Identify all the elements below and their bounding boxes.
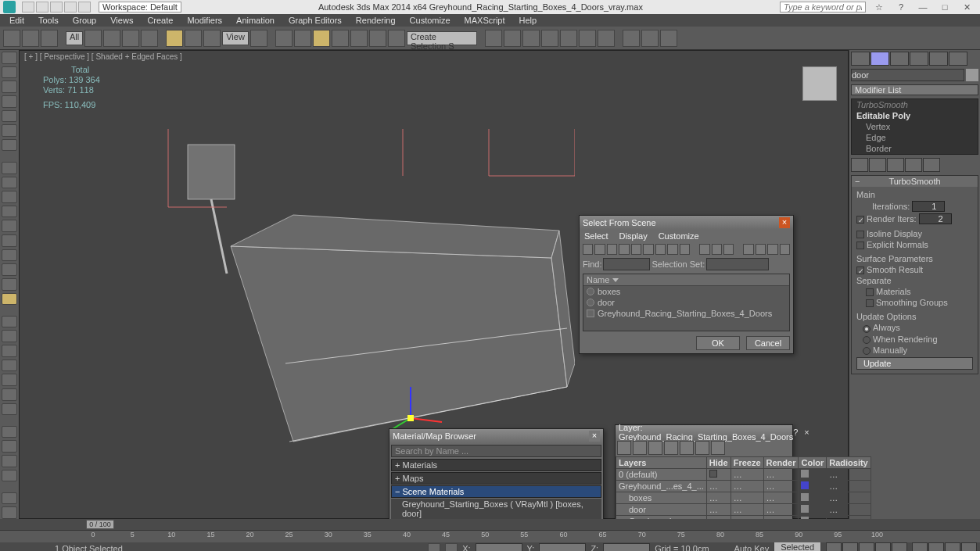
body-object-icon[interactable] xyxy=(2,345,17,357)
qat-redo-icon[interactable] xyxy=(78,2,91,13)
rollout-turbosmooth-header[interactable]: TurboSmooth xyxy=(852,176,978,187)
matbrowser-cat-maps[interactable]: + Maps xyxy=(391,472,601,485)
ts-isoline-checkbox[interactable] xyxy=(856,231,864,238)
nurbs-icon[interactable] xyxy=(2,360,17,372)
patch-icon[interactable] xyxy=(2,388,17,401)
render-setup-icon[interactable] xyxy=(623,30,640,47)
sfs-filter-bone-icon[interactable] xyxy=(680,244,690,255)
create-system-icon[interactable] xyxy=(2,139,17,152)
layer-freeze-icon[interactable] xyxy=(711,441,725,455)
sfs-selset-dropdown[interactable] xyxy=(706,258,769,270)
render-icon[interactable] xyxy=(660,30,677,47)
menu-customize[interactable]: Customize xyxy=(404,16,457,25)
panel-utilities-icon[interactable] xyxy=(949,52,967,66)
create-helper-icon[interactable] xyxy=(2,110,17,123)
tube-primitive-icon[interactable] xyxy=(2,263,17,276)
layer-color-swatch[interactable] xyxy=(801,470,809,478)
select-by-name-icon[interactable] xyxy=(103,30,120,47)
layerp-close-button[interactable]: × xyxy=(804,428,809,437)
next-frame-icon[interactable] xyxy=(875,542,891,551)
goto-start-icon[interactable] xyxy=(826,542,842,551)
menu-help[interactable]: Help xyxy=(513,16,544,25)
configure-modifier-icon[interactable] xyxy=(923,158,940,172)
ts-iterations-spinner[interactable]: 1 xyxy=(912,201,945,212)
maximize-icon[interactable]: □ xyxy=(938,2,952,13)
viewcube-icon[interactable] xyxy=(802,66,837,101)
layer-row-name[interactable]: Greyhound_...es_4_... xyxy=(616,481,707,492)
sfs-expand-icon[interactable] xyxy=(743,244,753,255)
sfs-tab-display[interactable]: Display xyxy=(619,231,648,241)
named-selection-dropdown[interactable]: Create Selection S xyxy=(407,31,477,45)
compound-icon[interactable] xyxy=(2,374,17,386)
sfs-column-chooser-icon[interactable] xyxy=(780,244,790,255)
create-light-icon[interactable] xyxy=(2,81,17,93)
menu-grapheditors[interactable]: Graph Editors xyxy=(282,16,348,25)
ts-render-iters-spinner[interactable]: 2 xyxy=(919,213,952,224)
app-icon[interactable] xyxy=(3,1,16,13)
ts-update-always-radio[interactable] xyxy=(863,325,871,333)
ts-update-rendering-radio[interactable] xyxy=(863,336,871,344)
sfs-object-list[interactable]: Name boxes door Greyhound_Racing_Startin… xyxy=(583,274,790,331)
layer-highlight-icon[interactable] xyxy=(680,441,694,455)
sfs-col-name[interactable]: Name xyxy=(583,274,789,286)
sfs-select-all-icon[interactable] xyxy=(699,244,709,255)
panel-display-icon[interactable] xyxy=(929,52,948,66)
cylinder-primitive-icon[interactable] xyxy=(2,191,17,203)
sfs-filter-group-icon[interactable] xyxy=(655,244,666,255)
menu-tools[interactable]: Tools xyxy=(32,16,65,25)
qat-new-icon[interactable] xyxy=(22,2,34,13)
ts-smoothing-groups-checkbox[interactable] xyxy=(866,299,874,307)
time-slider-track[interactable]: 0 / 100 xyxy=(0,519,980,530)
layerp-help-icon[interactable]: ? xyxy=(793,428,798,437)
ts-render-iters-checkbox[interactable] xyxy=(856,216,864,224)
layer-col-hide[interactable]: Hide xyxy=(706,457,731,469)
sfs-find-input[interactable] xyxy=(603,258,650,270)
sfs-tab-customize[interactable]: Customize xyxy=(659,231,699,241)
menu-group[interactable]: Group xyxy=(66,16,103,25)
stack-sub-vertex[interactable]: Vertex xyxy=(852,121,978,132)
ts-update-manually-radio[interactable] xyxy=(863,347,871,355)
panel-motion-icon[interactable] xyxy=(910,52,928,66)
matbrowser-cat-scene[interactable]: − Scene Materials xyxy=(391,485,601,498)
stack-turbosmooth[interactable]: TurboSmooth xyxy=(852,99,978,110)
create-camera-icon[interactable] xyxy=(2,95,17,108)
select-rotate-icon[interactable] xyxy=(185,30,202,47)
select-move-icon[interactable] xyxy=(166,30,183,47)
ts-update-button[interactable]: Update xyxy=(856,357,973,370)
sfs-filter-spacewarp-icon[interactable] xyxy=(643,244,653,255)
viewport-nav-fov-icon[interactable] xyxy=(945,542,960,551)
teapot-primitive-icon[interactable] xyxy=(2,220,17,232)
create-shape-icon[interactable] xyxy=(2,66,17,79)
stack-editable-poly[interactable]: Editable Poly xyxy=(852,110,978,121)
bones-icon[interactable] xyxy=(2,506,17,519)
make-unique-icon[interactable] xyxy=(887,158,904,172)
key-filter-dropdown[interactable]: Selected xyxy=(774,542,821,551)
stack-sub-edge[interactable]: Edge xyxy=(852,132,978,143)
layer-new-icon[interactable] xyxy=(617,441,631,455)
z-coord-input[interactable] xyxy=(603,543,650,551)
layer-add-to-icon[interactable] xyxy=(648,441,662,455)
schematic-view-icon[interactable] xyxy=(579,30,596,47)
unlink-icon[interactable] xyxy=(22,30,39,47)
panel-hierarchy-icon[interactable] xyxy=(890,52,909,66)
pin-stack-icon[interactable] xyxy=(851,158,868,172)
bind-spacewarp-icon[interactable] xyxy=(41,30,58,47)
absolute-transform-icon[interactable] xyxy=(445,543,458,551)
prev-frame-icon[interactable] xyxy=(842,542,858,551)
plane-primitive-icon[interactable] xyxy=(2,293,17,306)
menu-edit[interactable]: Edit xyxy=(3,16,31,25)
window-crossing-icon[interactable] xyxy=(141,30,158,47)
ts-explicit-checkbox[interactable] xyxy=(856,242,864,249)
sfs-filter-camera-icon[interactable] xyxy=(619,244,629,255)
qat-open-icon[interactable] xyxy=(36,2,48,13)
aec-window-icon[interactable] xyxy=(2,455,17,467)
biped-icon[interactable] xyxy=(2,492,17,505)
sfs-filter-xref-icon[interactable] xyxy=(667,244,677,255)
play-icon[interactable] xyxy=(859,542,874,551)
sfs-cancel-button[interactable]: Cancel xyxy=(746,336,790,350)
sfs-item-label[interactable]: boxes xyxy=(598,287,620,296)
autokey-button[interactable]: Auto Key xyxy=(734,544,770,551)
edit-named-sel-icon[interactable] xyxy=(388,30,405,47)
layer-row-name[interactable]: boxes xyxy=(616,492,707,504)
ts-materials-checkbox[interactable] xyxy=(866,288,874,296)
